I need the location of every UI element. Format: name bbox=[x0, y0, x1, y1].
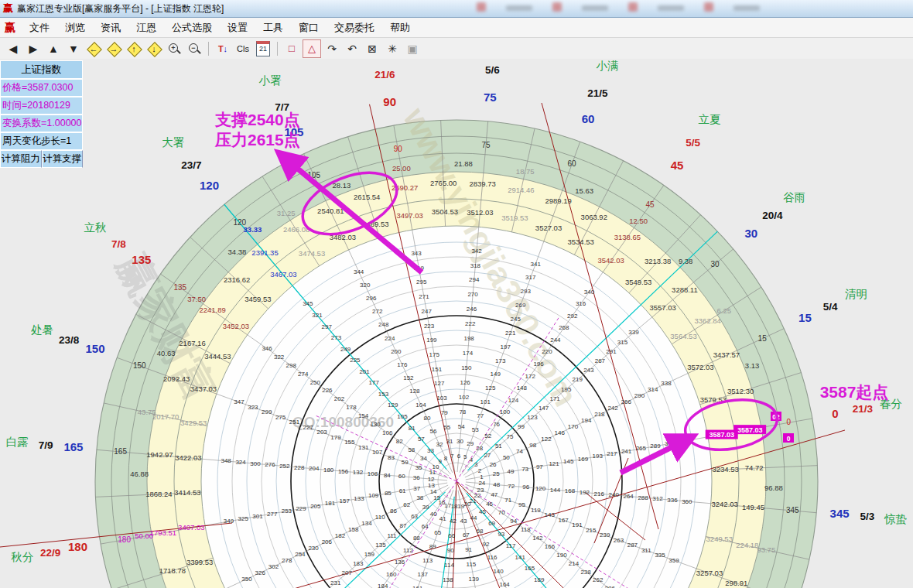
spiral-number: 200 bbox=[391, 348, 402, 355]
spiral-number: 338 bbox=[661, 380, 672, 387]
menu-item-公式选股[interactable]: 公式选股 bbox=[164, 19, 220, 36]
menu-item-工具[interactable]: 工具 bbox=[255, 19, 291, 36]
spiral-number: 114 bbox=[444, 562, 454, 569]
spiral-number: 41 bbox=[439, 515, 446, 522]
gann-wheel-chart-area[interactable]: 赢家财富www.yingjia360.comQQ:100800360015304… bbox=[0, 59, 913, 588]
calc-support-button[interactable]: 计算支撑 bbox=[42, 150, 84, 168]
price-ring-inner-label: 3497.03 bbox=[396, 211, 422, 220]
spiral-number: 265 bbox=[636, 445, 647, 452]
nav-right-icon[interactable]: ▶ bbox=[24, 39, 43, 58]
spiral-number: 183 bbox=[353, 560, 364, 567]
spiral-number: 345 bbox=[303, 300, 313, 307]
spiral-number: 3 bbox=[474, 461, 478, 468]
menu-item-文件[interactable]: 文件 bbox=[22, 19, 57, 36]
collapse-icon[interactable]: ✳ bbox=[383, 39, 402, 58]
spiral-number: 155 bbox=[344, 439, 355, 446]
spiral-number: 93 bbox=[498, 531, 504, 538]
spiral-number: 128 bbox=[409, 388, 420, 395]
triangle-tool-icon[interactable]: △ bbox=[303, 39, 321, 58]
price-ring-outer-label: 1868.24 bbox=[145, 490, 172, 498]
menu-item-资讯[interactable]: 资讯 bbox=[93, 19, 128, 36]
spiral-number: 126 bbox=[460, 379, 470, 386]
pan-up-icon[interactable]: ↑ bbox=[125, 39, 143, 58]
price-ring-outer-label: 3288.11 bbox=[672, 285, 698, 294]
price-ring-inner-label: 3429.53 bbox=[180, 419, 207, 427]
zoom-in-icon[interactable]: + bbox=[165, 39, 183, 58]
spiral-number: 156 bbox=[338, 468, 349, 475]
spiral-number: 262 bbox=[593, 576, 604, 583]
gann-wheel[interactable]: 赢家财富www.yingjia360.comQQ:100800360015304… bbox=[0, 59, 913, 588]
cls-button[interactable]: Cls bbox=[234, 39, 252, 58]
outer-degree-label: 120 bbox=[200, 179, 219, 192]
spiral-number: 61 bbox=[399, 487, 406, 494]
nav-down-icon[interactable]: ▼ bbox=[64, 39, 83, 58]
price-ring-outer-label: 2615.54 bbox=[354, 193, 380, 201]
spiral-number: 175 bbox=[429, 351, 439, 358]
spiral-number: 287 bbox=[627, 542, 638, 549]
ring-percent-third-label: 33.33 bbox=[244, 225, 262, 234]
spiral-number: 42 bbox=[450, 518, 456, 525]
zoom-out-icon[interactable]: − bbox=[185, 39, 203, 58]
pan-down-icon[interactable]: ↓ bbox=[145, 39, 163, 58]
rotate-cw-icon[interactable]: ↷ bbox=[323, 39, 341, 58]
spiral-number: 144 bbox=[550, 487, 561, 494]
ring-degree-label: 45 bbox=[646, 200, 655, 209]
price-ring-outer-label: 2092.43 bbox=[163, 374, 190, 383]
menu-item-浏览[interactable]: 浏览 bbox=[57, 19, 93, 36]
price-ring-inner-label: 3542.03 bbox=[597, 256, 624, 265]
spiral-number: 347 bbox=[234, 398, 244, 405]
spiral-number: 44 bbox=[470, 514, 477, 521]
nav-left-icon[interactable]: ◀ bbox=[4, 39, 22, 58]
spiral-number: 81 bbox=[409, 425, 415, 432]
menu-item-江恩[interactable]: 江恩 bbox=[128, 19, 164, 36]
box-x-icon[interactable]: ⊠ bbox=[363, 39, 381, 58]
price-ring-outer-label: 3362.84 bbox=[695, 316, 721, 325]
pan-left-icon[interactable]: ← bbox=[84, 39, 103, 58]
square-tool-icon[interactable]: □ bbox=[282, 39, 301, 58]
spiral-number: 312 bbox=[652, 495, 663, 502]
spiral-number: 317 bbox=[525, 274, 536, 281]
spiral-number: 228 bbox=[294, 464, 305, 471]
spiral-number: 40 bbox=[430, 511, 437, 518]
spiral-number: 244 bbox=[550, 337, 561, 344]
calc-resistance-button[interactable]: 计算阻力 bbox=[0, 150, 42, 168]
ring-percent-label: 12.50 bbox=[629, 217, 648, 225]
spiral-number: 86 bbox=[390, 508, 397, 514]
outer-date-label: 7/8 bbox=[111, 238, 126, 250]
spiral-number: 297 bbox=[322, 323, 333, 330]
spiral-number: 47 bbox=[491, 491, 498, 498]
spiral-number: 108 bbox=[368, 470, 378, 477]
menu-item-帮助[interactable]: 帮助 bbox=[382, 19, 418, 36]
spiral-number: 189 bbox=[534, 576, 545, 583]
ring-degree-label: 30 bbox=[710, 260, 720, 268]
outer-date-label: 5/6 bbox=[485, 64, 500, 76]
outer-degree-label: 75 bbox=[484, 91, 497, 104]
outer-degree-label: 180 bbox=[68, 540, 87, 553]
menu-item-设置[interactable]: 设置 bbox=[220, 19, 255, 36]
ring-percent-label: 18.75 bbox=[516, 167, 535, 176]
price-ring-outer-label: 74.72 bbox=[745, 463, 764, 472]
price-ring-inner-label: 3474.53 bbox=[299, 249, 325, 258]
text-annotate-icon[interactable]: T↓ bbox=[214, 39, 232, 58]
spiral-number: 31 bbox=[446, 438, 453, 445]
spiral-number: 193 bbox=[593, 453, 604, 460]
spiral-number: 299 bbox=[262, 409, 272, 415]
price-ring-outer-label: 3437.57 bbox=[713, 350, 740, 359]
spiral-number: 26 bbox=[490, 461, 497, 468]
spiral-number: 198 bbox=[463, 335, 474, 342]
calendar-icon[interactable]: 21 bbox=[254, 39, 272, 58]
menu-item-窗口[interactable]: 窗口 bbox=[291, 19, 327, 36]
spiral-number: 286 bbox=[605, 585, 616, 588]
spiral-number: 301 bbox=[252, 513, 263, 520]
rotate-ccw-icon[interactable]: ↶ bbox=[343, 39, 361, 58]
spiral-number: 238 bbox=[580, 569, 591, 576]
nav-up-icon[interactable]: ▲ bbox=[44, 39, 63, 58]
spiral-number: 78 bbox=[459, 409, 466, 415]
menu-item-交易委托[interactable]: 交易委托 bbox=[327, 19, 382, 36]
spiral-number: 253 bbox=[282, 508, 292, 514]
spiral-number: 154 bbox=[358, 412, 369, 419]
board-icon[interactable]: ▣ bbox=[403, 39, 422, 58]
price-ring-inner-label: 3414.53 bbox=[174, 488, 200, 497]
pan-right-icon[interactable]: → bbox=[104, 39, 123, 58]
spiral-number: 71 bbox=[504, 497, 511, 504]
